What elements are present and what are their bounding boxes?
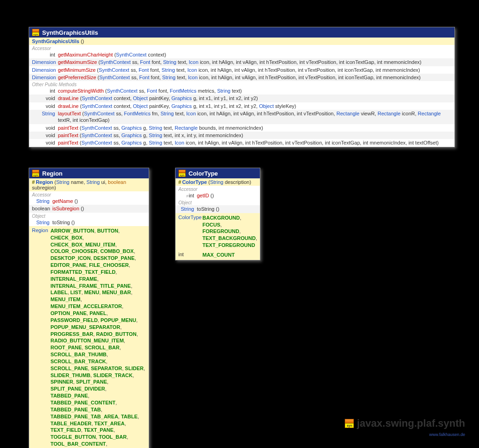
method-row: DimensiongetMinimumSize (SynthContext ss… [29, 66, 454, 74]
constructor-row: #Region (String name, String ui, boolean… [29, 178, 149, 191]
class-header: syn SynthGraphicsUtils [29, 27, 454, 38]
package-label: syn javax.swing.plaf.synth [345, 417, 465, 429]
constructor-row: #ColorType (String description) [176, 178, 260, 186]
constants-block: intMAX_COUNT [176, 250, 260, 260]
constants-list: ARROW_BUTTON, BUTTON, CHECK_BOX, CHECK_B… [50, 227, 146, 448]
method-row: DimensiongetMaximumSize (SynthContext ss… [29, 58, 454, 66]
methods-container-sgu: AccessorintgetMaximumCharHeight (SynthCo… [29, 45, 454, 147]
package-icon: syn [345, 419, 354, 428]
method-row: StringtoString () [29, 219, 149, 226]
method-row: intcomputeStringWidth (SynthContext ss, … [29, 87, 454, 95]
method-row: StringtoString () [176, 205, 260, 213]
class-synthgraphicsutils: syn SynthGraphicsUtils SynthGraphicsUtil… [29, 27, 455, 147]
section-label: Object [176, 199, 260, 205]
class-colortype: syn ColorType #ColorType (String descrip… [175, 168, 260, 260]
class-icon: syn [178, 170, 186, 177]
class-title: Region [42, 170, 63, 177]
section-label: Object [29, 213, 149, 219]
method-row: voidpaintText (SynthContext ss, Graphics… [29, 132, 454, 139]
section-label: Accessor [29, 45, 454, 51]
method-row: booleanisSubregion () [29, 205, 149, 212]
class-header: syn ColorType [176, 168, 260, 178]
constants-block: ColorTypeBACKGROUND, FOCUS, FOREGROUND, … [176, 213, 260, 260]
method-row: intgetMaximumCharHeight (SynthContext co… [29, 51, 454, 58]
methods-container-region: AccessorStringgetName ()booleanisSubregi… [29, 191, 149, 226]
constructor-row: SynthGraphicsUtils () [29, 38, 454, 45]
method-row: StringgetName () [29, 197, 149, 205]
method-row: voiddrawLine (SynthContext context, Obje… [29, 102, 454, 110]
section-label: Accessor [176, 186, 260, 192]
constants-block: Region ARROW_BUTTON, BUTTON, CHECK_BOX, … [29, 226, 149, 448]
method-row: voiddrawLine (SynthContext context, Obje… [29, 95, 454, 102]
section-label: Other Public Methods [29, 81, 454, 87]
class-title: SynthGraphicsUtils [42, 29, 98, 36]
method-row: voidpaintText (SynthContext ss, Graphics… [29, 124, 454, 132]
class-region: syn Region #Region (String name, String … [29, 168, 149, 448]
class-icon: syn [32, 170, 39, 177]
method-row: voidpaintText (SynthContext ss, Graphics… [29, 139, 454, 146]
section-label: Accessor [29, 191, 149, 197]
method-row: DimensiongetPreferredSize (SynthContext … [29, 74, 454, 81]
class-icon: syn [32, 29, 39, 36]
class-title: ColorType [189, 170, 218, 177]
methods-container-colortype: AccessorFintgetID ()ObjectStringtoString… [176, 186, 260, 213]
class-header: syn Region [29, 168, 149, 178]
credit-link[interactable]: www.falkhausen.de [429, 432, 465, 437]
method-row: FintgetID () [176, 192, 260, 199]
method-row: StringlayoutText (SynthContext ss, FontM… [29, 110, 454, 124]
constants-block: ColorTypeBACKGROUND, FOCUS, FOREGROUND, … [176, 213, 260, 250]
